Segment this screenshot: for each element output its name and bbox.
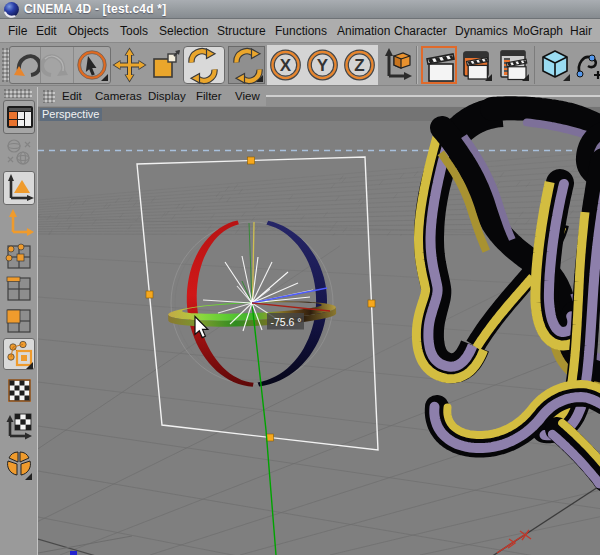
- svg-text:-75.6 °: -75.6 °: [271, 316, 302, 328]
